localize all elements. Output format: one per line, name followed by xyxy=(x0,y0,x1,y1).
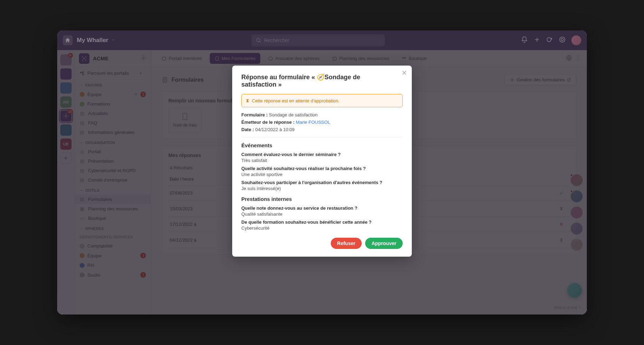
question: Quelle activité souhaitez-vous réaliser … xyxy=(241,166,403,171)
meta-date: Date : 04/12/2022 à 10:09 xyxy=(241,127,403,132)
answer: Très satisfait xyxy=(241,158,403,163)
answer: Qualité satisfaisante xyxy=(241,211,403,217)
refuse-button[interactable]: Refuser xyxy=(331,238,362,249)
approve-button[interactable]: Approuver xyxy=(365,238,403,249)
question: Souhaitez-vous participer à l'organisati… xyxy=(241,180,403,185)
answer: Une activité sportive xyxy=(241,172,403,177)
answer: Je suis intéressé(e) xyxy=(241,186,403,191)
section-events: Événements xyxy=(241,142,403,148)
section-prestations: Prestations internes xyxy=(241,196,403,202)
question: Quelle note donnez-vous au service de re… xyxy=(241,205,403,211)
hourglass-icon: ⧗ xyxy=(246,98,249,103)
meta-form: Formulaire : Sondage de satisfaction xyxy=(241,112,403,117)
pending-banner: ⧗ Cette réponse est en attente d'approba… xyxy=(241,94,403,107)
answer: Cybersécurité xyxy=(241,225,403,231)
meta-sender: Émetteur de le réponse : Marie FOUSSOL xyxy=(241,120,403,125)
sender-link[interactable]: Marie FOUSSOL xyxy=(296,120,330,125)
question: Comment évaluez-vous le dernier séminair… xyxy=(241,152,403,157)
close-icon[interactable]: ✕ xyxy=(402,69,407,77)
question: De quelle formation souhaitez-vous bénéf… xyxy=(241,219,403,225)
modal-overlay[interactable]: ✕ Réponse au formulaire « 🧭Sondage de sa… xyxy=(57,31,587,314)
response-modal: ✕ Réponse au formulaire « 🧭Sondage de sa… xyxy=(232,66,412,257)
modal-title: Réponse au formulaire « 🧭Sondage de sati… xyxy=(241,73,403,88)
